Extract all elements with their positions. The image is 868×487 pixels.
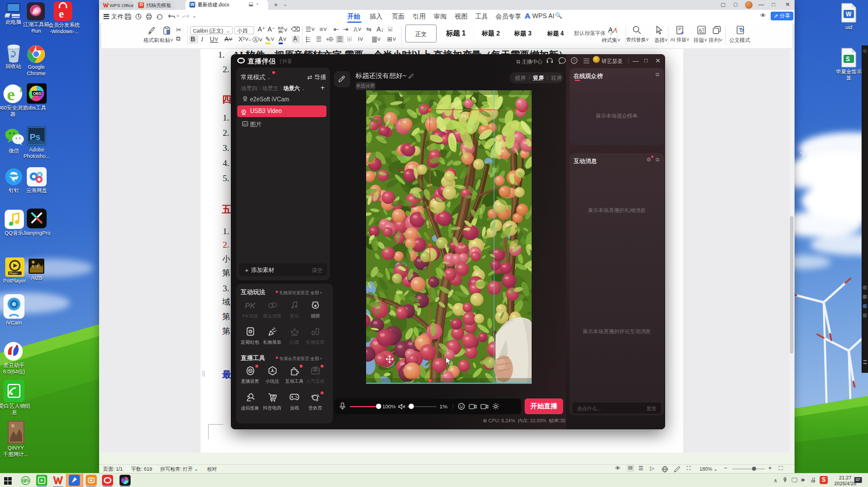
svg-text:e: e bbox=[24, 478, 27, 484]
svg-text:jh: jh bbox=[33, 8, 38, 14]
svg-text:Player: Player bbox=[9, 271, 18, 275]
svg-text:?: ? bbox=[573, 58, 575, 63]
svg-text:S: S bbox=[846, 56, 850, 62]
svg-text:e: e bbox=[7, 84, 15, 104]
svg-text:OBS: OBS bbox=[33, 91, 42, 96]
svg-text:A: A bbox=[608, 26, 613, 34]
svg-text:W: W bbox=[846, 11, 852, 17]
svg-text:AIZB: AIZB bbox=[32, 264, 39, 268]
svg-text:e: e bbox=[59, 8, 64, 20]
